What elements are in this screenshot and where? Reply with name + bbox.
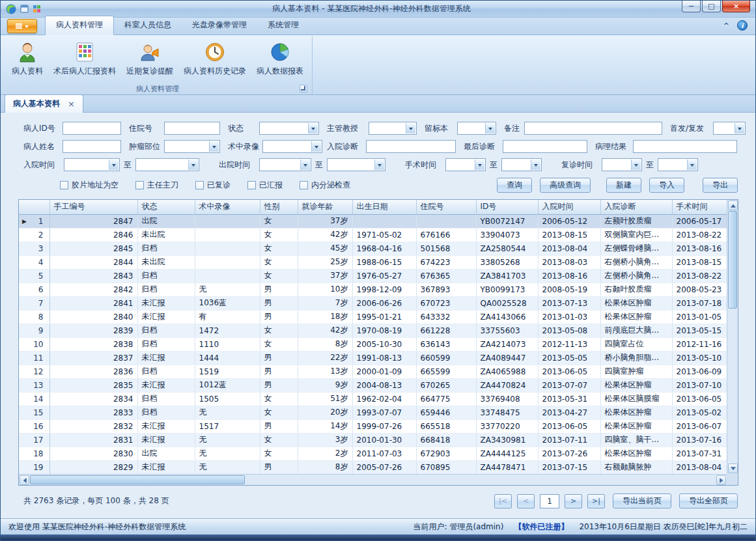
vertical-scroll-thumb[interactable] <box>728 211 737 309</box>
last-page-button[interactable]: >| <box>587 494 605 508</box>
column-header[interactable]: 手工编号 <box>49 200 137 214</box>
app-menu-button[interactable] <box>7 19 37 33</box>
ribbon-button-data-report[interactable]: 病人数据报表 <box>252 38 308 83</box>
first-page-button[interactable]: |< <box>494 494 512 508</box>
scroll-up-icon[interactable] <box>728 201 738 210</box>
ribbon-button-history[interactable]: 病人资料历史记录 <box>179 38 251 83</box>
table-row[interactable]: 62842归档无男10岁1998-12-09367893YB0099173200… <box>19 283 727 296</box>
quick-access-window-icon[interactable] <box>20 5 29 13</box>
column-header[interactable]: 就诊年龄 <box>298 200 352 214</box>
filter-input[interactable] <box>63 140 121 153</box>
filter-input[interactable] <box>524 122 662 135</box>
export-button[interactable]: 导出 <box>703 178 738 193</box>
filter-select[interactable] <box>259 158 311 171</box>
table-row[interactable]: 142834归档1505女51岁1962-02-0466477533769408… <box>19 392 727 406</box>
ribbon-tab[interactable]: 系统管理 <box>257 16 309 35</box>
app-icon[interactable] <box>6 4 16 14</box>
column-header[interactable]: 出生日期 <box>352 200 416 214</box>
table-row[interactable]: 172831未汇报无女3岁2010-01-30668418ZA343098120… <box>19 433 727 447</box>
filter-select[interactable] <box>135 158 199 171</box>
column-header[interactable]: 手术时间 <box>672 200 727 214</box>
ribbon-button-patient-info[interactable]: 病人资料 <box>7 38 48 83</box>
filter-checkbox[interactable]: 内分泌检查 <box>300 180 350 191</box>
table-row[interactable]: ▶12847出院女37岁YB00721472006-05-12左额叶胶质瘤200… <box>19 214 727 228</box>
ribbon-tab[interactable]: 光盘录像带管理 <box>182 16 257 35</box>
ribbon-button-revisit-reminder[interactable]: 近期复诊提醒 <box>122 38 178 83</box>
import-button[interactable]: 导入 <box>649 178 684 193</box>
table-row[interactable]: 162832未汇报1517男14岁1999-07-266655183377022… <box>19 419 727 433</box>
dialog-launcher-icon[interactable] <box>300 85 307 92</box>
column-header[interactable]: 入院诊断 <box>600 200 672 214</box>
horizontal-scrollbar[interactable] <box>19 474 727 485</box>
table-row[interactable]: 132835未汇报1012蓝男9岁2004-08-13670265ZA44708… <box>19 378 727 392</box>
table-row[interactable]: 152833归档无女20岁1993-07-0765944633748475201… <box>19 406 727 419</box>
filter-select[interactable] <box>501 158 542 171</box>
table-row[interactable]: 82840未汇报有男18岁1995-01-21643332ZA414306620… <box>19 310 727 324</box>
filter-checkbox[interactable]: 主任主刀 <box>135 180 178 191</box>
filter-select[interactable] <box>164 140 220 153</box>
filter-input[interactable] <box>164 122 220 135</box>
scroll-right-icon[interactable] <box>716 475 726 485</box>
table-row[interactable]: 192829未汇报无男8岁2005-07-26670895ZA447847120… <box>19 460 727 474</box>
close-button[interactable]: × <box>722 1 750 12</box>
filter-input[interactable] <box>633 140 737 153</box>
new-button[interactable]: 新建 <box>606 178 641 193</box>
grid-cell: 女 <box>260 337 298 351</box>
collapse-ribbon-icon[interactable]: ^ <box>723 21 729 30</box>
filter-select[interactable] <box>602 158 642 171</box>
column-header[interactable]: 状态 <box>137 200 195 214</box>
column-header[interactable]: 术中录像 <box>195 200 260 214</box>
table-row[interactable]: 102838归档1110女8岁2005-10-30636143ZA4214073… <box>19 337 727 351</box>
chevron-down-icon <box>311 141 321 152</box>
scroll-left-icon[interactable] <box>20 475 29 485</box>
scroll-down-icon[interactable] <box>728 464 738 473</box>
table-row[interactable]: 92839归档1472女42岁1970-08-19661228337556032… <box>19 324 727 337</box>
advanced-search-button[interactable]: 高级查询 <box>540 178 591 193</box>
prev-page-button[interactable]: < <box>517 494 535 508</box>
ribbon-tab[interactable]: 病人资料管理 <box>45 16 114 35</box>
table-row[interactable]: 112837未汇报1444男22岁1991-08-13660599ZA40894… <box>19 351 727 365</box>
filter-select[interactable] <box>713 122 746 135</box>
table-row[interactable]: 52843归档女37岁1976-05-27676365ZA38417032013… <box>19 269 727 283</box>
info-icon[interactable]: i <box>737 20 748 31</box>
export-current-page-button[interactable]: 导出当前页 <box>613 493 671 508</box>
table-row[interactable]: 182830出院无女2岁2011-07-03672903ZA4444125201… <box>19 447 727 460</box>
filter-select[interactable] <box>658 158 698 171</box>
table-row[interactable]: 122836归档1519男13岁2000-01-09665599ZA406598… <box>19 365 727 378</box>
filter-input[interactable] <box>63 122 121 135</box>
export-all-pages-button[interactable]: 导出全部页 <box>679 493 738 508</box>
quick-access-layout-icon[interactable] <box>33 5 41 13</box>
search-button[interactable]: 查询 <box>497 178 532 193</box>
filter-input[interactable] <box>366 140 456 153</box>
filter-select[interactable] <box>64 158 120 171</box>
table-row[interactable]: 32845归档女45岁1968-04-16501568ZA25805442013… <box>19 242 727 255</box>
filter-select[interactable] <box>457 122 496 135</box>
maximize-button[interactable]: □ <box>702 1 721 12</box>
minimize-button[interactable]: − <box>682 1 701 12</box>
filter-select[interactable] <box>259 122 319 135</box>
ribbon-button-postop-report[interactable]: 术后病人汇报资料 <box>49 38 120 83</box>
page-number-input[interactable] <box>540 494 559 508</box>
column-header[interactable]: 住院号 <box>416 200 476 214</box>
filter-select[interactable] <box>369 122 417 135</box>
filter-select[interactable] <box>262 140 322 153</box>
filter-checkbox[interactable]: 已复诊 <box>195 180 231 191</box>
filter-checkbox[interactable]: 已汇报 <box>247 180 283 191</box>
column-header[interactable]: 性别 <box>260 200 298 214</box>
close-tab-icon[interactable]: × <box>68 100 75 108</box>
column-header[interactable] <box>19 200 49 214</box>
table-row[interactable]: 22846未出院女42岁1971-05-02676166339040732013… <box>19 228 727 242</box>
next-page-button[interactable]: > <box>565 494 582 508</box>
horizontal-scroll-thumb[interactable] <box>30 475 245 484</box>
filter-checkbox[interactable]: 胶片地址为空 <box>60 180 119 191</box>
filter-input[interactable] <box>503 140 587 153</box>
document-tab-patient-basic-info[interactable]: 病人基本资料 × <box>5 94 83 113</box>
filter-select[interactable] <box>327 158 385 171</box>
vertical-scrollbar[interactable] <box>727 200 738 474</box>
ribbon-tab[interactable]: 科室人员信息 <box>114 16 182 35</box>
table-row[interactable]: 42844未出院女25岁1988-06-15674223338052682013… <box>19 255 727 269</box>
table-row[interactable]: 72841未汇报1036蓝男7岁2006-06-26670723QA002552… <box>19 296 727 310</box>
filter-select[interactable] <box>445 158 486 171</box>
column-header[interactable]: ID号 <box>476 200 538 214</box>
column-header[interactable]: 入院时间 <box>538 200 600 214</box>
